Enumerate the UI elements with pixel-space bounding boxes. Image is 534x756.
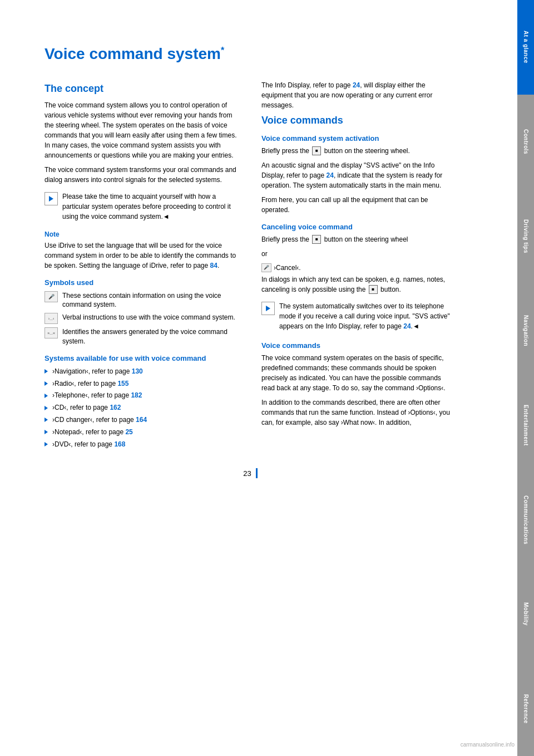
canceling-info-box: The system automatically switches over t… [261, 299, 456, 333]
dialog-button-icon: ■ [369, 285, 378, 294]
page-number-line: 23 [44, 468, 456, 478]
dvd-page-link[interactable]: 168 [114, 440, 125, 448]
info-display-text: The Info Display, refer to page 24, will… [261, 80, 456, 110]
sidebar-tab-mobility[interactable]: Mobility [517, 567, 534, 662]
cd-page-link[interactable]: 162 [110, 404, 121, 411]
voice-commands-detail-section: Voice commands The voice command system … [261, 341, 456, 428]
list-item-text: ›CD changer‹, refer to page 164 [52, 415, 147, 425]
canceling-heading: Canceling voice command [261, 223, 456, 231]
note-section: Note Use iDrive to set the language that… [44, 230, 239, 271]
list-arrow-icon [44, 394, 48, 398]
list-item: ›Notepad‹, refer to page 25 [44, 428, 239, 437]
steering-button-icon: ■ [312, 146, 321, 155]
activation-text-1: Briefly press the ■ button on the steeri… [261, 146, 456, 156]
voice-system-icon: 🎤 [44, 291, 58, 302]
page-title-suffix: * [221, 46, 224, 55]
list-item-text: ›Notepad‹, refer to page 25 [52, 428, 133, 437]
canceling-arrow-icon [261, 302, 275, 315]
page-number-container: 23 [44, 468, 456, 478]
sidebar-tab-entertainment[interactable]: Entertainment [517, 378, 534, 473]
sidebar-tab-navigation[interactable]: Navigation [517, 283, 534, 378]
note-text: Use iDrive to set the language that will… [44, 240, 239, 271]
canceling-text-1: Briefly press the ■ button on the steeri… [261, 234, 456, 244]
list-item: ›DVD‹, refer to page 168 [44, 440, 239, 449]
list-item-text: ›Radio‹, refer to page 155 [52, 379, 128, 389]
sidebar-tab-communications[interactable]: Communications [517, 473, 534, 567]
voice-commands-text-2: In addition to the commands described, t… [261, 397, 456, 428]
note-heading: Note [44, 230, 239, 238]
note-page-link[interactable]: 84 [210, 262, 217, 269]
systems-list: ›Navigation‹, refer to page 130 ›Radio‹,… [44, 367, 239, 449]
concept-para-2: The voice command system transforms your… [44, 165, 239, 185]
or-text: or [261, 249, 456, 259]
concept-info-box: Please take the time to acquaint yoursel… [44, 189, 239, 224]
right-column: The Info Display, refer to page 24, will… [261, 80, 456, 452]
page-number: 23 [243, 469, 251, 478]
concept-info-text: Please take the time to acquaint yoursel… [62, 192, 239, 222]
answer-icon: »...« [44, 327, 58, 338]
list-item-text: ›Telephone‹, refer to page 182 [52, 391, 142, 400]
list-item-text: ›CD‹, refer to page 162 [52, 403, 121, 413]
list-arrow-icon [44, 406, 48, 410]
list-arrow-icon [44, 418, 48, 422]
page-number-bar [256, 468, 258, 478]
list-item-text: ›DVD‹, refer to page 168 [52, 440, 125, 449]
list-item: ›CD changer‹, refer to page 164 [44, 415, 239, 425]
arrow-shape [49, 196, 53, 202]
list-item: ›CD‹, refer to page 162 [44, 403, 239, 413]
canceling-info-text: The system automatically switches over t… [279, 301, 456, 331]
list-arrow-icon [44, 381, 48, 386]
sidebar-tab-at-a-glance[interactable]: At a glance [517, 0, 534, 95]
info-display-page-link[interactable]: 24 [353, 81, 360, 89]
list-item-text: ›Navigation‹, refer to page 130 [52, 367, 143, 376]
cd-changer-page-link[interactable]: 164 [136, 416, 147, 424]
voice-commands-heading: Voice commands [261, 115, 456, 126]
list-item: ›Navigation‹, refer to page 130 [44, 367, 239, 376]
list-arrow-icon [44, 430, 48, 434]
activation-page-link[interactable]: 24 [327, 171, 334, 179]
symbol-row-1: 🎤 These sections contain information on … [44, 291, 239, 310]
cancel-command-row: 🎤 ›Cancel‹. [261, 263, 456, 272]
canceling-section: Canceling voice command Briefly press th… [261, 223, 456, 333]
radio-page-link[interactable]: 155 [117, 380, 128, 387]
list-arrow-icon [44, 369, 48, 374]
sidebar-tab-driving-tips[interactable]: Driving tips [517, 189, 534, 284]
activation-text-3: From here, you can call up all the equip… [261, 195, 456, 215]
symbol-text-2: Verbal instructions to use with the voic… [62, 313, 235, 322]
systems-heading: Systems available for use with voice com… [44, 354, 239, 362]
verbal-instruction-icon: ›...‹ [44, 313, 58, 324]
telephone-page-link[interactable]: 182 [131, 391, 142, 399]
canceling-text-2: In dialogs in which any text can be spok… [261, 274, 456, 294]
main-content: Voice command system* The concept The vo… [0, 0, 490, 756]
concept-section: The concept The voice command system all… [44, 83, 239, 224]
page-title-text: Voice command system [44, 45, 221, 62]
concept-para-1: The voice command system allows you to c… [44, 100, 239, 160]
symbols-heading: Symbols used [44, 278, 239, 287]
left-column: The concept The voice command system all… [44, 80, 239, 452]
voice-commands-text-1: The voice command system operates on the… [261, 353, 456, 393]
cancel-button-icon: ■ [312, 235, 321, 244]
cancel-cmd-text: ›Cancel‹. [274, 264, 301, 272]
activation-text-2: An acoustic signal and the display "SVS … [261, 160, 456, 190]
systems-section: Systems available for use with voice com… [44, 354, 239, 449]
sidebar-tab-reference[interactable]: Reference [517, 661, 534, 756]
activation-section: Voice command system activation Briefly … [261, 134, 456, 215]
list-arrow-icon [44, 442, 48, 446]
notepad-page-link[interactable]: 25 [125, 428, 132, 436]
symbol-text-3: Identifies the answers generated by the … [62, 327, 239, 346]
two-column-layout: The concept The voice command system all… [44, 80, 456, 452]
cancel-voice-icon: 🎤 [261, 263, 271, 272]
symbol-row-2: ›...‹ Verbal instructions to use with th… [44, 313, 239, 324]
sidebar-tab-controls[interactable]: Controls [517, 95, 534, 189]
voice-commands-sub-heading: Voice commands [261, 341, 456, 350]
activation-heading: Voice command system activation [261, 134, 456, 143]
canceling-info-page-link[interactable]: 24 [403, 322, 411, 330]
symbol-row-3: »...« Identifies the answers generated b… [44, 327, 239, 346]
info-arrow-icon [44, 192, 58, 205]
list-item: ›Telephone‹, refer to page 182 [44, 391, 239, 400]
nav-page-link[interactable]: 130 [132, 367, 143, 375]
list-item: ›Radio‹, refer to page 155 [44, 379, 239, 389]
page-title: Voice command system* [44, 45, 456, 63]
concept-heading: The concept [44, 83, 239, 95]
watermark: carmanualsonline.info [461, 742, 515, 748]
